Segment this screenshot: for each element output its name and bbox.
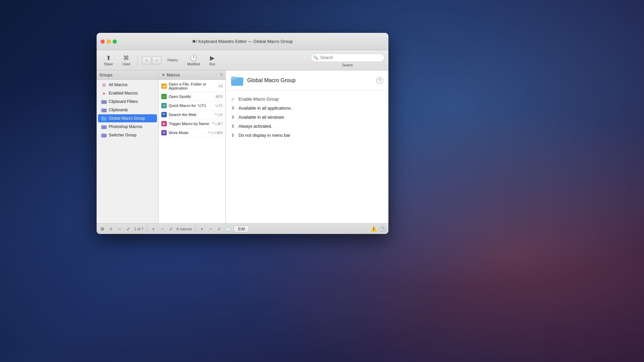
no-menu-bar-row[interactable]: ⇕ Do not display in menu bar (231, 131, 383, 139)
search-input[interactable] (311, 53, 384, 62)
sidebar-item-label: Clipboards (109, 108, 128, 112)
detail-options: ✓ Enable Macro Group ⇕ Available in all … (226, 91, 388, 143)
always-activated-label: Always activated. (238, 124, 272, 129)
history-button[interactable]: History (164, 57, 181, 63)
toolbar: ⬆ Share ⌘ Used ‹ › History 🕐 Modified ▶ … (97, 50, 388, 70)
svg-rect-12 (231, 77, 243, 86)
sidebar-item-switcher-group[interactable]: Switcher Group (98, 131, 157, 139)
svg-rect-5 (101, 117, 104, 118)
main-window: ✱/ Keyboard Maestro Editor — Global Macr… (97, 33, 388, 234)
toolbar-separator (138, 54, 138, 66)
macro-item-trigger-macro[interactable]: ▶ Trigger Macro by Name ^⌥⌘T (159, 119, 225, 128)
svg-rect-3 (101, 108, 104, 109)
detail-add-button[interactable]: + (199, 226, 205, 232)
no-menu-bar-cycle-icon: ⇕ (231, 133, 236, 138)
used-button[interactable]: ⌘ Used (119, 53, 133, 67)
macro-label: Work Mode (169, 131, 189, 135)
macro-item-work-mode[interactable]: ⚙ Work Mode ^⌥⇧⌘W (159, 128, 225, 137)
maximize-button[interactable] (113, 40, 117, 44)
sidebar-item-label: All Macros (109, 82, 127, 87)
groups-add-button[interactable]: + (108, 226, 114, 232)
detail-title: Global Macro Group (247, 77, 296, 83)
enable-label: Enable Macro Group (238, 97, 279, 102)
available-apps-row[interactable]: ⇕ Available in all applications. (231, 104, 383, 112)
available-windows-label: Available in all windows (238, 115, 284, 120)
modified-icon: 🕐 (190, 54, 197, 62)
macros-remove-button[interactable]: − (159, 226, 165, 232)
history-nav: ‹ › (142, 56, 161, 64)
all-macros-icon: ⊞ (101, 82, 107, 87)
detail-header: Global Macro Group ? (226, 70, 388, 91)
detail-clock-button[interactable]: 🕐 (225, 226, 231, 232)
share-label: Share (104, 62, 113, 66)
macro-item-open-file[interactable]: 📁 Open a File, Folder or Application F6 (159, 80, 225, 92)
sidebar-item-photoshop-macros[interactable]: Photoshop Macros (98, 123, 157, 131)
share-button[interactable]: ⬆ Share (101, 53, 116, 67)
warning-icon: ⚠️ (370, 226, 377, 232)
enable-checkmark: ✓ (231, 97, 236, 102)
detail-panel: Global Macro Group ? ✓ Enable Macro Grou… (226, 70, 388, 223)
macro-label: Search the Web (169, 113, 196, 117)
run-button[interactable]: ▶ Run (206, 53, 219, 67)
photoshop-macros-icon (101, 124, 107, 129)
traffic-lights (101, 40, 117, 44)
sidebar-item-global-macro-group[interactable]: Global Macro Group (98, 114, 157, 122)
macros-header: ▼ Macros ▽ (159, 70, 225, 80)
macro-shortcut: ^⌥G (215, 113, 223, 117)
sidebar-item-all-macros[interactable]: ⊞ All Macros (98, 81, 157, 89)
groups-remove-button[interactable]: − (117, 226, 123, 232)
share-icon: ⬆ (106, 54, 111, 62)
edit-button[interactable]: Edit (234, 226, 250, 232)
sidebar-item-clipboard-filters[interactable]: Clipboard Filters (98, 98, 157, 106)
sidebar-item-label: Switcher Group (109, 133, 137, 137)
always-activated-row[interactable]: ⇕ Always activated. (231, 122, 383, 130)
modified-button[interactable]: 🕐 Modified (184, 53, 203, 67)
sidebar-item-label: Photoshop Macros (109, 124, 142, 129)
window-title: ✱/ Keyboard Maestro Editor — Global Macr… (192, 39, 292, 44)
search-bar: 🔍 Search (311, 53, 384, 67)
search-wrapper: 🔍 (311, 53, 384, 62)
sidebar-item-label: Clipboard Filters (109, 99, 138, 104)
nav-back-button[interactable]: ‹ (142, 56, 151, 64)
macro-label: Quick Macro for ⌥F1 (169, 103, 206, 108)
bottom-bar: ⚙ + − ✓ 1 of 7 + − ✓ 6 macros + − ✓ 🕐 Ed… (97, 223, 388, 234)
macros-add-button[interactable]: + (151, 226, 157, 232)
help-button[interactable]: ? (380, 226, 386, 232)
filter-icon: ▼ (161, 73, 165, 77)
search-icon: 🔍 (313, 55, 318, 60)
macro-icon-trigger-macro: ▶ (161, 121, 167, 126)
switcher-group-icon (101, 132, 107, 138)
groups-title: Groups (99, 73, 112, 77)
macro-icon-quick-macro: ⚡ (161, 103, 167, 108)
enable-macro-group-row[interactable]: ✓ Enable Macro Group (231, 95, 383, 103)
macro-item-open-spotify[interactable]: ♫ Open Spotify ⌘F8 (159, 92, 225, 101)
titlebar: ✱/ Keyboard Maestro Editor — Global Macr… (97, 33, 388, 50)
macros-check-button[interactable]: ✓ (168, 226, 174, 232)
no-menu-bar-label: Do not display in menu bar (238, 133, 290, 138)
sidebar-item-clipboards[interactable]: Clipboards (98, 106, 157, 114)
groups-settings-button[interactable]: ⚙ (99, 226, 105, 232)
clipboard-filters-icon (101, 99, 107, 104)
macro-shortcut: ^⌥⇧⌘W (208, 131, 223, 135)
macros-sort-icon: ▽ (220, 73, 223, 77)
used-icon: ⌘ (123, 54, 129, 62)
available-windows-row[interactable]: ⇕ Available in all windows (231, 113, 383, 121)
search-label: Search (342, 63, 353, 67)
macro-label: Trigger Macro by Name (169, 122, 209, 126)
groups-check-button[interactable]: ✓ (125, 226, 131, 232)
macro-shortcut: F6 (219, 84, 223, 88)
nav-forward-button[interactable]: › (152, 56, 161, 64)
macro-label: Open Spotify (169, 95, 191, 99)
minimize-button[interactable] (107, 40, 111, 44)
sidebar-item-enabled-macros[interactable]: ● Enabled Macros (98, 89, 157, 97)
macro-item-search-web[interactable]: 🔍 Search the Web ^⌥G (159, 110, 225, 119)
close-button[interactable] (101, 40, 105, 44)
macro-item-quick-macro[interactable]: ⚡ Quick Macro for ⌥F1 ⌥F1 (159, 101, 225, 110)
macros-count: 6 macros (177, 227, 192, 231)
detail-remove-button[interactable]: − (208, 226, 214, 232)
clipboards-icon (101, 107, 107, 113)
detail-help-button[interactable]: ? (376, 77, 383, 84)
detail-check-button[interactable]: ✓ (216, 226, 222, 232)
macro-icon-work-mode: ⚙ (161, 130, 167, 135)
macro-shortcut: ^⌥⌘T (212, 122, 223, 126)
